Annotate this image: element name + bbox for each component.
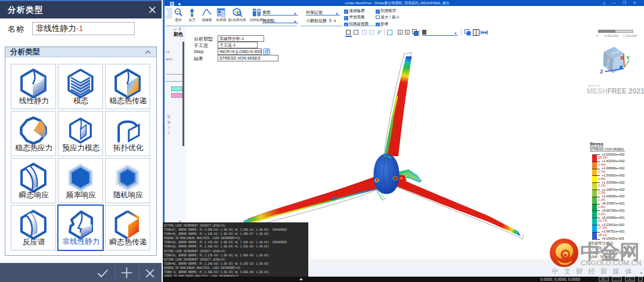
svg-text:X: X xyxy=(620,55,624,61)
svg-text:Y: Y xyxy=(626,55,630,61)
svg-text:Z: Z xyxy=(600,69,603,75)
